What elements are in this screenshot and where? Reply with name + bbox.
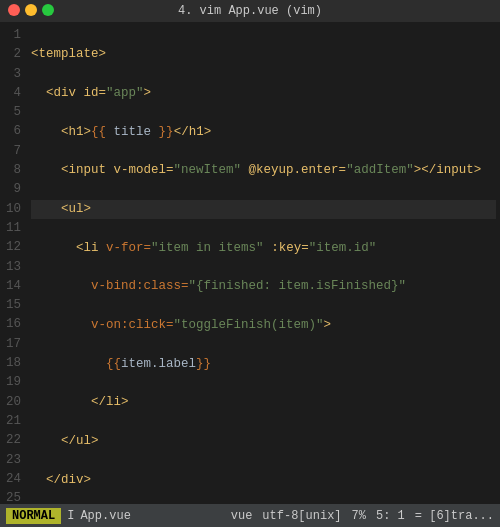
traffic-light-yellow[interactable] [25,4,37,16]
editor: 12345 678910 1112131415 1617181920 21222… [0,22,500,504]
traffic-light-red[interactable] [8,4,20,16]
extra-info: = [6]tra... [415,509,494,523]
encoding: utf-8[unix] [262,509,341,523]
status-bar: NORMAL I App.vue vue utf-8[unix] 7% 5: 1… [0,504,500,527]
filetype: vue [231,509,253,523]
traffic-light-green[interactable] [42,4,54,16]
title-bar: 4. vim App.vue (vim) [0,0,500,22]
window-title: 4. vim App.vue (vim) [178,4,322,18]
mode-flag: I [67,509,74,523]
line-numbers: 12345 678910 1112131415 1617181920 21222… [0,22,29,504]
code-area[interactable]: <template> <div id="app"> <h1>{{ title }… [29,22,500,504]
cursor-position: 5: 1 [376,509,405,523]
status-right-section: vue utf-8[unix] 7% 5: 1 = [6]tra... [231,509,494,523]
scroll-percent: 7% [352,509,366,523]
filename: App.vue [80,509,130,523]
mode-indicator: NORMAL [6,508,61,524]
